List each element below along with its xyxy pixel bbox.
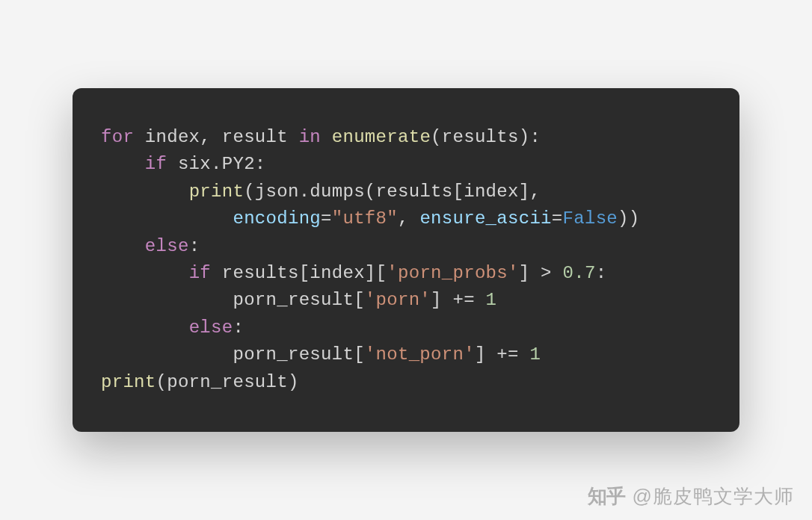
code-token: [101, 182, 189, 202]
code-token: ,: [398, 208, 419, 229]
code-token: print: [189, 182, 244, 202]
code-token: 'porn': [365, 290, 431, 310]
code-line: else:: [101, 233, 711, 260]
code-token: :: [596, 263, 607, 283]
code-token: else: [145, 236, 189, 256]
code-block: for index, result in enumerate(results):…: [73, 88, 739, 433]
code-token: if: [145, 154, 167, 174]
code-token: )): [618, 208, 639, 229]
code-line: if results[index]['porn_probs'] > 0.7:: [101, 260, 711, 287]
code-token: [321, 127, 332, 147]
code-token: [101, 318, 189, 338]
code-token: [101, 236, 145, 256]
code-line: else:: [101, 315, 711, 341]
code-token: ] >: [519, 263, 563, 283]
code-token: results[index][: [211, 263, 387, 283]
code-token: =: [321, 208, 332, 229]
code-line: print(porn_result): [101, 369, 711, 396]
code-token: =: [552, 208, 563, 229]
code-line: encoding="utf8", ensure_ascii=False)): [101, 205, 711, 232]
code-token: if: [189, 263, 211, 283]
code-token: [101, 154, 145, 174]
code-token: encoding: [233, 208, 321, 229]
code-token: in: [299, 127, 321, 147]
watermark-text: @脆皮鸭文学大师: [633, 483, 794, 510]
code-token: print: [101, 372, 156, 392]
code-token: 0.7: [563, 263, 596, 283]
code-line: porn_result['not_porn'] += 1: [101, 341, 711, 368]
code-token: 1: [529, 344, 541, 365]
code-line: print(json.dumps(results[index],: [101, 179, 711, 205]
code-token: porn_result[: [101, 290, 365, 310]
code-token: ensure_ascii: [419, 208, 551, 229]
code-token: porn_result[: [101, 344, 365, 365]
code-token: 'porn_probs': [387, 263, 518, 283]
code-token: for: [101, 127, 134, 147]
code-token: ] +=: [475, 344, 530, 365]
code-token: 'not_porn': [365, 344, 475, 365]
code-token: 1: [486, 290, 497, 310]
code-token: [101, 263, 189, 283]
code-token: [101, 208, 233, 229]
code-token: False: [563, 208, 618, 229]
code-token: :: [233, 318, 244, 338]
code-line: if six.PY2:: [101, 151, 711, 178]
code-token: ] +=: [431, 290, 486, 310]
code-token: six.PY2:: [167, 154, 265, 174]
code-token: else: [189, 318, 233, 338]
code-token: (json.dumps(results[index],: [244, 182, 541, 202]
watermark-logo: 知乎: [588, 483, 625, 510]
code-token: (porn_result): [156, 372, 299, 392]
code-token: :: [189, 236, 200, 256]
code-line: porn_result['porn'] += 1: [101, 287, 711, 314]
code-line: for index, result in enumerate(results):: [101, 124, 711, 151]
code-token: enumerate: [332, 127, 431, 147]
code-token: (results):: [431, 127, 541, 147]
code-token: "utf8": [332, 208, 398, 229]
code-token: index, result: [134, 127, 299, 147]
watermark: 知乎 @脆皮鸭文学大师: [588, 483, 794, 510]
